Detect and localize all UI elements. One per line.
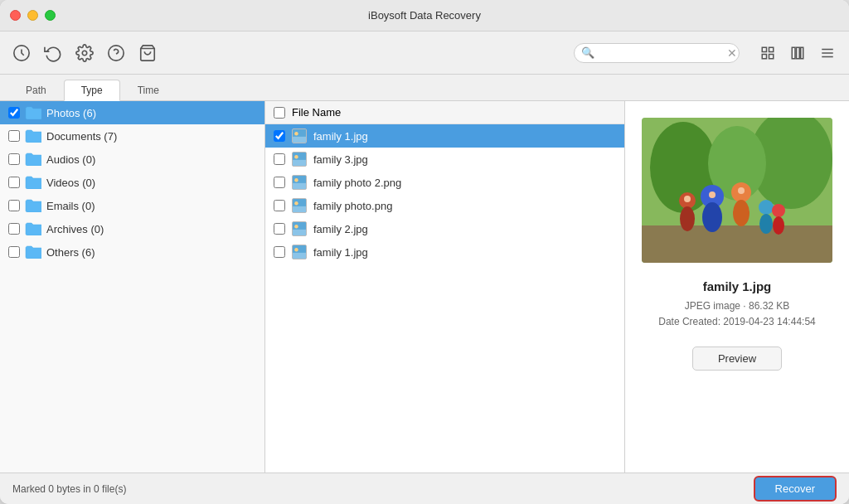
svg-point-47 (773, 216, 784, 235)
category-documents[interactable]: Documents (7) (0, 124, 264, 148)
svg-point-44 (759, 200, 774, 215)
column-view-icon[interactable] (786, 41, 809, 65)
file-checkbox-2[interactable] (274, 153, 285, 165)
category-videos-checkbox[interactable] (8, 177, 20, 188)
folder-documents-icon (25, 129, 41, 143)
preview-button[interactable]: Preview (692, 346, 782, 371)
svg-point-2 (109, 45, 124, 60)
svg-rect-31 (293, 253, 306, 259)
folder-archives-icon (25, 222, 41, 235)
category-documents-checkbox[interactable] (8, 130, 20, 142)
category-archives-checkbox[interactable] (8, 223, 20, 235)
svg-rect-8 (769, 54, 774, 58)
svg-point-1 (82, 51, 87, 56)
svg-rect-5 (762, 47, 766, 51)
file-thumbnail-3 (292, 175, 307, 190)
tab-type[interactable]: Type (64, 80, 120, 101)
file-item[interactable]: family 3.jpg (265, 148, 624, 171)
category-others[interactable]: Others (6) (0, 240, 264, 264)
history-icon[interactable] (41, 41, 65, 65)
svg-point-23 (294, 178, 298, 182)
home-icon[interactable] (10, 41, 33, 65)
category-audios-label: Audios (0) (46, 153, 95, 166)
category-archives-label: Archives (0) (46, 223, 104, 235)
help-icon[interactable] (104, 41, 128, 65)
svg-point-50 (684, 196, 691, 202)
file-name-2: family 3.jpg (313, 153, 368, 166)
file-thumbnail-4 (292, 198, 307, 213)
file-checkbox-5[interactable] (274, 223, 285, 235)
category-videos[interactable]: Videos (0) (0, 171, 264, 194)
folder-videos-icon (25, 176, 41, 189)
file-list-panel: File Name family 1.jpg fami (265, 101, 625, 472)
file-item[interactable]: family 1.jpg (265, 240, 624, 264)
svg-point-17 (294, 132, 298, 135)
file-list: family 1.jpg family 3.jpg family (265, 124, 624, 472)
select-all-checkbox[interactable] (274, 107, 285, 119)
file-name-1: family 1.jpg (313, 130, 368, 143)
settings-icon[interactable] (73, 41, 96, 65)
svg-point-43 (680, 206, 695, 231)
file-item[interactable]: family 2.jpg (265, 217, 624, 240)
svg-rect-19 (293, 160, 306, 166)
status-text: Marked 0 bytes in 0 file(s) (12, 483, 126, 495)
file-checkbox-4[interactable] (274, 200, 285, 211)
cart-icon[interactable] (136, 41, 159, 65)
preview-meta: JPEG image · 86.32 KB Date Created: 2019… (658, 298, 815, 330)
close-button[interactable] (10, 10, 21, 21)
category-videos-label: Videos (0) (46, 177, 95, 189)
category-emails-checkbox[interactable] (8, 200, 20, 211)
recover-button[interactable]: Recover (754, 476, 837, 502)
category-emails-label: Emails (0) (46, 200, 95, 212)
file-thumbnail-6 (292, 245, 307, 259)
thumbnail-view-icon[interactable] (756, 41, 779, 65)
svg-point-39 (702, 202, 722, 232)
minimize-button[interactable] (27, 10, 38, 21)
svg-point-20 (294, 155, 298, 158)
file-name-5: family 2.jpg (313, 223, 368, 235)
category-photos-checkbox[interactable] (8, 107, 20, 119)
category-audios-checkbox[interactable] (8, 153, 20, 165)
file-item[interactable]: family 1.jpg (265, 124, 624, 148)
file-thumbnail-2 (292, 152, 307, 167)
toolbar-icons-left (10, 41, 159, 65)
svg-rect-16 (293, 137, 306, 143)
file-checkbox-1[interactable] (274, 130, 285, 142)
file-name-4: family photo.png (313, 200, 392, 212)
list-view-icon[interactable] (816, 41, 839, 65)
category-archives[interactable]: Archives (0) (0, 217, 264, 240)
category-photos[interactable]: Photos (6) (0, 101, 264, 124)
toolbar: 🔍 ✕ (0, 32, 849, 75)
svg-point-26 (294, 201, 298, 205)
file-thumbnail-1 (292, 128, 307, 143)
category-panel: Photos (6) Documents (7) Audios (0) (0, 101, 265, 472)
file-checkbox-3[interactable] (274, 177, 285, 188)
tab-bar: Path Type Time (0, 75, 849, 101)
main-content: Photos (6) Documents (7) Audios (0) (0, 101, 849, 472)
tab-path[interactable]: Path (8, 80, 64, 100)
category-photos-label: Photos (6) (46, 107, 96, 119)
file-item[interactable]: family photo 2.png (265, 171, 624, 194)
app-window: iBoysoft Data Recovery (0, 0, 849, 504)
clear-search-icon[interactable]: ✕ (727, 46, 737, 60)
status-bar: Marked 0 bytes in 0 file(s) Recover (0, 472, 849, 504)
svg-point-41 (733, 200, 750, 226)
svg-rect-6 (769, 47, 774, 51)
maximize-button[interactable] (45, 10, 56, 21)
file-name-header: File Name (292, 106, 341, 119)
search-box[interactable]: 🔍 ✕ (574, 43, 740, 63)
file-name-3: family photo 2.png (313, 177, 401, 189)
tab-time[interactable]: Time (120, 80, 177, 100)
category-emails[interactable]: Emails (0) (0, 194, 264, 217)
svg-point-32 (294, 248, 298, 251)
search-input[interactable] (599, 47, 723, 59)
file-checkbox-6[interactable] (274, 246, 285, 258)
svg-rect-7 (762, 54, 766, 58)
svg-rect-28 (293, 230, 306, 235)
preview-meta-line1: JPEG image · 86.32 KB (685, 300, 790, 312)
category-others-checkbox[interactable] (8, 246, 20, 258)
category-audios[interactable]: Audios (0) (0, 148, 264, 171)
file-item[interactable]: family photo.png (265, 194, 624, 217)
file-thumbnail-5 (292, 221, 307, 236)
svg-point-29 (294, 225, 298, 228)
